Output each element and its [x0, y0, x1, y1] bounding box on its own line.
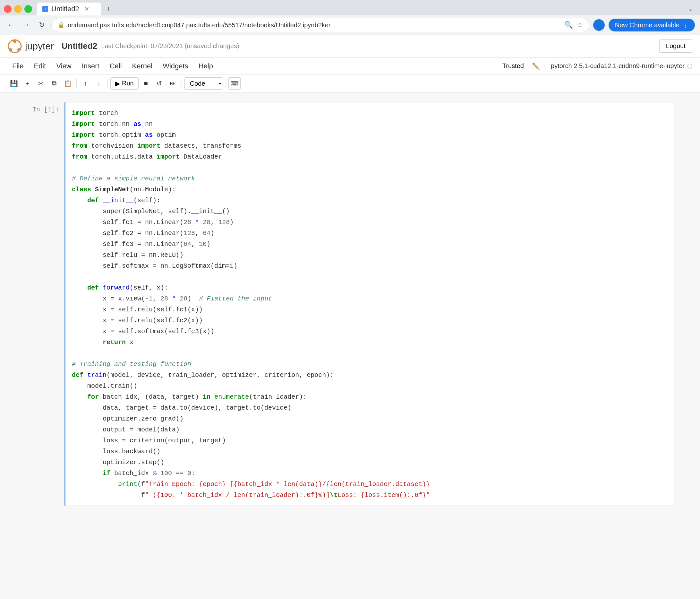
forward-button[interactable]: →	[21, 19, 32, 31]
separator-1	[76, 79, 77, 88]
chrome-available-button[interactable]: New Chrome available ⋮	[608, 19, 695, 31]
chrome-available-menu-icon: ⋮	[682, 21, 689, 29]
traffic-lights	[4, 5, 32, 13]
cell-label: In [1]:	[26, 102, 65, 113]
tab-title: Untitled2	[51, 5, 79, 13]
menu-edit[interactable]: Edit	[29, 60, 50, 72]
copy-cell-button[interactable]: ⧉	[48, 77, 60, 90]
run-icon: ▶	[115, 80, 120, 87]
cell-1: In [1]: import torch import torch.nn as …	[13, 102, 687, 506]
separator: |	[544, 62, 546, 70]
reload-button[interactable]: ↻	[36, 19, 48, 31]
url-text: ondemand.pax.tufts.edu/node/d1cmp047.pax…	[68, 22, 561, 29]
separator-4	[226, 79, 226, 88]
jupyter-logo: jupyter	[8, 39, 54, 53]
paste-cell-button[interactable]: 📋	[61, 77, 74, 90]
logout-button[interactable]: Logout	[659, 40, 692, 53]
maximize-window-button[interactable]	[24, 5, 32, 13]
address-bar[interactable]: 🔒 ondemand.pax.tufts.edu/node/d1cmp047.p…	[51, 18, 589, 32]
menu-view[interactable]: View	[52, 60, 76, 72]
move-up-button[interactable]: ↑	[79, 77, 92, 90]
address-bar-icons: 🔍 ☆	[564, 21, 583, 29]
jupyter-logo-icon	[8, 39, 22, 53]
add-cell-button[interactable]: ＋	[21, 77, 33, 90]
close-window-button[interactable]	[4, 5, 11, 13]
edit-icon[interactable]: ✏️	[531, 61, 542, 72]
save-button[interactable]: 💾	[8, 77, 20, 90]
svg-point-2	[9, 48, 12, 51]
active-tab[interactable]: J Untitled2 ✕	[37, 3, 101, 16]
separator-3	[181, 79, 182, 88]
trusted-badge[interactable]: Trusted	[497, 61, 529, 71]
menu-file[interactable]: File	[8, 60, 28, 72]
menu-insert[interactable]: Insert	[77, 60, 104, 72]
checkpoint-text: Last Checkpoint: 07/23/2021 (unsaved cha…	[101, 42, 239, 50]
run-label: Run	[122, 80, 134, 87]
jupyter-menu: File Edit View Insert Cell Kernel Widget…	[0, 58, 700, 74]
tab-bar: J Untitled2 ✕ + ⌄	[0, 0, 700, 16]
tab-favicon: J	[42, 6, 48, 12]
jupyter-container: jupyter Untitled2 Last Checkpoint: 07/23…	[0, 35, 700, 599]
kernel-info: pytorch 2.5.1-cuda12.1-cudnn9-runtime-ju…	[551, 62, 692, 70]
notebook-name[interactable]: Untitled2	[61, 41, 97, 51]
menu-cell[interactable]: Cell	[105, 60, 126, 72]
search-icon[interactable]: 🔍	[564, 21, 573, 29]
keyboard-shortcuts-button[interactable]: ⌨	[228, 77, 241, 90]
profile-button[interactable]: 👤	[593, 19, 605, 31]
restart-button[interactable]: ↺	[153, 77, 166, 90]
lock-icon: 🔒	[57, 22, 65, 29]
interrupt-button[interactable]: ■	[140, 77, 152, 90]
svg-point-3	[17, 48, 21, 51]
kernel-spinner	[687, 64, 692, 69]
separator-2	[107, 79, 108, 88]
run-button[interactable]: ▶ Run	[110, 77, 139, 90]
cell-code-content[interactable]: import torch import torch.nn as nn impor…	[65, 102, 674, 506]
cut-cell-button[interactable]: ✂	[35, 77, 47, 90]
close-tab-button[interactable]: ✕	[84, 5, 89, 13]
move-down-button[interactable]: ↓	[93, 77, 105, 90]
restart-run-button[interactable]: ⏭	[167, 77, 179, 90]
menu-kernel[interactable]: Kernel	[128, 60, 157, 72]
kernel-name: pytorch 2.5.1-cuda12.1-cudnn9-runtime-ju…	[551, 62, 684, 70]
svg-point-1	[13, 40, 17, 43]
jupyter-toolbar: 💾 ＋ ✂ ⧉ 📋 ↑ ↓ ▶ Run ■ ↺ ⏭ Code ⌨	[0, 74, 700, 92]
jupyter-logo-text: jupyter	[25, 41, 54, 52]
minimize-window-button[interactable]	[14, 5, 22, 13]
bookmark-icon[interactable]: ☆	[577, 21, 583, 29]
back-button[interactable]: ←	[5, 19, 17, 31]
new-tab-button[interactable]: +	[103, 3, 114, 15]
menu-help[interactable]: Help	[194, 60, 218, 72]
cell-type-select[interactable]: Code	[184, 77, 223, 90]
menu-widgets[interactable]: Widgets	[158, 60, 193, 72]
notebook-area: In [1]: import torch import torch.nn as …	[0, 92, 700, 599]
nav-bar: ← → ↻ 🔒 ondemand.pax.tufts.edu/node/d1cm…	[0, 16, 700, 35]
chrome-available-label: New Chrome available	[615, 22, 679, 29]
jupyter-header: jupyter Untitled2 Last Checkpoint: 07/23…	[0, 35, 700, 58]
expand-icon: ⌄	[684, 3, 696, 15]
browser-chrome: J Untitled2 ✕ + ⌄ ← → ↻ 🔒 ondemand.pax.t…	[0, 0, 700, 35]
